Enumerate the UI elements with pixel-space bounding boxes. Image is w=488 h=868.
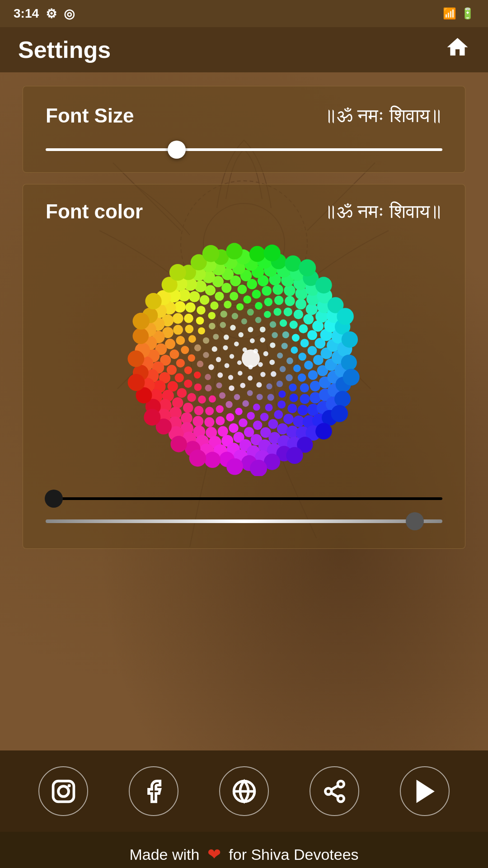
font-color-header: Font color ॥ॐ नमः शिवाय॥: [46, 200, 442, 223]
battery-icon: 🔋: [461, 7, 474, 20]
bottom-sliders: [46, 494, 442, 526]
font-size-header: Font Size ॥ॐ नमः शिवाय॥: [46, 104, 442, 127]
share-button[interactable]: [310, 766, 359, 816]
slider-track: [46, 148, 442, 151]
top-bar: Settings: [0, 27, 488, 72]
svg-point-6: [67, 784, 70, 787]
font-color-preview: ॥ॐ नमः शिवाय॥: [324, 201, 442, 222]
bottom-action-bar: [0, 750, 488, 832]
settings-icon: ⚙: [46, 6, 57, 21]
playstore-button[interactable]: [400, 766, 450, 816]
font-color-section: Font color ॥ॐ नमः शिवाय॥: [23, 184, 465, 549]
made-with-bar: Made with ❤ for Shiva Devotees: [0, 832, 488, 868]
facebook-button[interactable]: [129, 766, 178, 816]
svg-point-10: [325, 788, 331, 794]
instagram-icon: [51, 779, 76, 804]
slider-thumb[interactable]: [168, 141, 186, 159]
made-with-text: Made with ❤ for Shiva Devotees: [129, 845, 358, 864]
status-left: 3:14 ⚙ ◎: [14, 6, 75, 21]
font-color-label: Font color: [46, 200, 143, 223]
font-size-slider[interactable]: [46, 145, 442, 154]
globe-icon: [232, 779, 257, 804]
signal-icon: 📶: [443, 7, 456, 20]
brightness-slider[interactable]: [46, 494, 442, 503]
play-icon: [413, 779, 437, 804]
font-size-preview: ॥ॐ नमः शिवाय॥: [324, 105, 442, 127]
main-content: Font Size ॥ॐ नमः शिवाय॥ Font color ॥ॐ नम…: [0, 72, 488, 750]
brightness-thumb[interactable]: [45, 490, 63, 508]
svg-point-5: [58, 786, 69, 797]
facebook-icon: [141, 779, 166, 804]
saturation-slider[interactable]: [46, 517, 442, 526]
website-button[interactable]: [219, 766, 269, 816]
share-icon: [322, 779, 347, 804]
svg-line-13: [331, 785, 338, 789]
svg-marker-14: [418, 782, 432, 800]
color-wheel-container[interactable]: [46, 241, 442, 476]
target-icon: ◎: [64, 6, 75, 21]
svg-point-9: [338, 781, 344, 787]
saturation-thumb[interactable]: [406, 512, 424, 530]
status-right: 📶 🔋: [443, 7, 474, 20]
heart-icon: ❤: [207, 845, 221, 863]
home-button[interactable]: [445, 35, 470, 65]
color-wheel[interactable]: [127, 241, 361, 476]
status-bar: 3:14 ⚙ ◎ 📶 🔋: [0, 0, 488, 27]
svg-point-11: [338, 795, 344, 802]
font-size-section: Font Size ॥ॐ नमः शिवाय॥: [23, 86, 465, 173]
page-title: Settings: [18, 36, 111, 63]
font-size-label: Font Size: [46, 104, 134, 127]
svg-rect-4: [53, 781, 74, 802]
instagram-button[interactable]: [38, 766, 88, 816]
saturation-track: [46, 519, 442, 523]
time-display: 3:14: [14, 6, 39, 21]
svg-line-12: [331, 793, 338, 797]
brightness-track: [46, 497, 442, 500]
